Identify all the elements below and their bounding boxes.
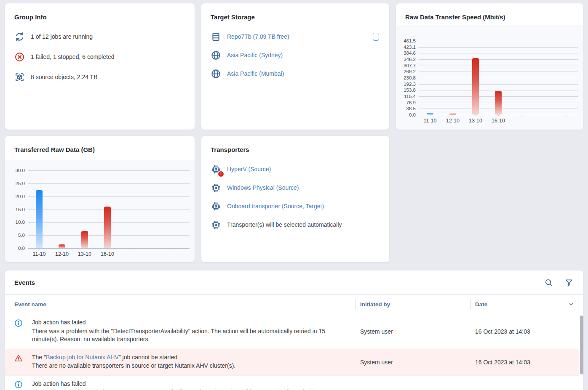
x-tick-label: 16-10 — [487, 118, 510, 124]
gridline — [419, 84, 578, 85]
target-storage-label[interactable]: Repo7Tb (7.09 TB free) — [227, 33, 289, 40]
y-tick-label: 346.2 — [396, 57, 416, 62]
event-row[interactable]: Job action has failedThere was a problem… — [5, 375, 579, 390]
gridline — [419, 115, 578, 115]
x-tick-label: 12-10 — [441, 118, 464, 124]
column-header-date[interactable]: Date — [470, 301, 583, 308]
x-tick-mark — [453, 115, 453, 116]
event-title-part[interactable]: Backup job for Nutanix AHV — [46, 354, 119, 361]
search-icon[interactable] — [544, 278, 553, 287]
x-tick-label: 12-10 — [51, 251, 73, 257]
error-badge: ! — [218, 171, 224, 177]
column-header-event-name[interactable]: Event name — [5, 301, 355, 308]
search-icon — [544, 278, 553, 287]
chart-bar — [495, 91, 502, 115]
x-tick-label: 13-10 — [464, 118, 487, 124]
chip-icon-wrap — [211, 183, 221, 193]
transporter-item: Transporter(s) will be selected automati… — [211, 215, 379, 234]
events-scrollbar-thumb[interactable] — [580, 316, 583, 374]
event-initiated-by: System user — [355, 376, 470, 390]
transporter-label[interactable]: HyperV (Source) — [227, 166, 271, 172]
y-tick-label: 115.4 — [396, 94, 416, 99]
gridline — [419, 53, 578, 53]
x-tick-label: 11-10 — [28, 251, 51, 257]
event-main: The "Backup job for Nutanix AHV" job can… — [32, 349, 355, 375]
x-tick-mark — [130, 248, 131, 249]
event-initiated-by: System user — [355, 349, 470, 375]
chip-icon — [211, 201, 221, 212]
transporters-title: Transporters — [201, 136, 389, 153]
event-title-part: The " — [32, 354, 46, 361]
event-title-part: Job action has failed — [32, 380, 86, 387]
chart-bar — [427, 113, 433, 115]
y-tick-label: 15.0 — [5, 207, 25, 212]
storage-icon — [211, 32, 221, 42]
chevron-down-icon[interactable] — [568, 301, 574, 307]
group-info-title: Group Info — [5, 3, 195, 21]
y-tick-label: 192.3 — [396, 82, 416, 87]
x-tick-mark — [567, 115, 567, 116]
event-description: There was a problem with the "DetectTran… — [32, 388, 330, 390]
target-storage-list: Repo7Tb (7.09 TB free) Asia Pacific (Syd… — [201, 21, 389, 83]
gridline — [419, 41, 578, 41]
error-icon — [14, 52, 25, 62]
event-row[interactable]: The "Backup job for Nutanix AHV" job can… — [5, 349, 579, 375]
x-tick-label: 11-10 — [419, 118, 441, 124]
globe-icon-wrap — [211, 50, 221, 61]
gridline — [419, 59, 578, 60]
gridline — [28, 170, 190, 171]
globe-icon — [211, 69, 221, 79]
x-tick-mark — [62, 248, 62, 249]
event-title: The "Backup job for Nutanix AHV" job can… — [32, 353, 330, 362]
transporters-card: Transporters !HyperV (Source) Windows Ph… — [201, 136, 389, 262]
target-storage-item: Asia Pacific (Mumbai) — [211, 64, 379, 83]
info-icon-cell — [5, 314, 32, 349]
filter-icon[interactable] — [564, 278, 574, 287]
y-tick-label: 230.8 — [396, 75, 416, 80]
gridline — [419, 72, 578, 72]
x-tick-label: 13-10 — [73, 251, 96, 257]
error-icon-wrap — [14, 52, 25, 62]
gridline — [419, 78, 578, 78]
transporter-label[interactable]: Onboard transporter (Source, Target) — [227, 203, 324, 210]
transporter-label[interactable]: Windows Physical (Source) — [227, 184, 299, 191]
column-header-initiated-by[interactable]: Initiated by — [355, 301, 470, 308]
target-storage-label[interactable]: Asia Pacific (Sydney) — [227, 52, 283, 58]
column-separator — [355, 299, 355, 310]
event-main: Job action has failedThere was a problem… — [32, 314, 355, 349]
events-panel: Events Event name Initiated by Date Job … — [5, 271, 583, 390]
chip-icon — [211, 183, 221, 193]
transporter-item: Windows Physical (Source) — [211, 178, 379, 197]
group-info-text: 1 failed, 1 stopped, 6 completed — [31, 53, 114, 60]
y-tick-label: 20.0 — [5, 194, 25, 199]
info-icon-cell — [5, 376, 32, 390]
warning-icon — [14, 353, 23, 363]
x-tick-mark — [153, 248, 153, 249]
target-storage-label[interactable]: Asia Pacific (Mumbai) — [227, 70, 284, 77]
event-row[interactable]: Job action has failedThere was a problem… — [5, 314, 579, 349]
y-tick-label: 0.0 — [5, 246, 25, 251]
x-tick-mark — [476, 115, 476, 116]
y-tick-label: 384.6 — [396, 50, 416, 56]
gridline — [419, 47, 578, 48]
event-description: There was a problem with the "DetectTran… — [32, 327, 330, 344]
y-tick-label: 461.5 — [396, 38, 416, 43]
group-info-item: 1 failed, 1 stopped, 6 completed — [14, 47, 184, 67]
storage-checkbox[interactable] — [373, 33, 379, 41]
transporter-item: !HyperV (Source) — [211, 160, 379, 178]
event-description: There are no available transporters in s… — [32, 362, 330, 370]
group-info-card: Group Info 1 of 12 jobs are running 1 fa… — [5, 3, 195, 130]
chart-bar — [59, 244, 65, 248]
sync-icon — [14, 32, 25, 42]
chart-bar — [104, 207, 111, 248]
globe-icon-wrap — [211, 69, 221, 79]
info-icon — [14, 380, 23, 389]
target-storage-item: Asia Pacific (Sydney) — [211, 46, 379, 64]
event-date: 16 Oct 2023 at 14:03 — [470, 314, 579, 349]
x-tick-mark — [544, 115, 544, 116]
y-tick-label: 76.9 — [396, 100, 416, 105]
event-title: Job action has failed — [32, 318, 330, 327]
y-tick-label: 0.0 — [396, 112, 416, 117]
chart-bar — [449, 114, 456, 115]
y-tick-label: 307.7 — [396, 63, 416, 68]
